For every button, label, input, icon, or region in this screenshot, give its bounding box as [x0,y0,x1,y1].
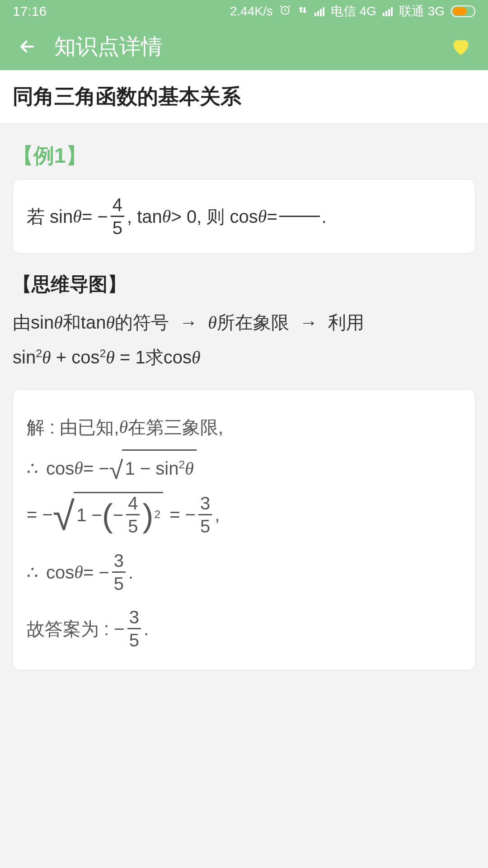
text: . [128,555,133,590]
denominator: 5 [111,218,124,238]
sqrt: √ 1 − ( − 45 ) 2 [53,492,163,537]
text: 1 − sin [125,458,178,478]
theta: θ [54,312,63,333]
status-time: 17:16 [13,4,47,19]
numerator: 3 [127,607,141,627]
text: = − [27,497,53,532]
carrier-2: 联通 3G [399,3,445,20]
denominator: 5 [112,574,126,594]
theta: θ [74,555,83,590]
status-bar: 17:16 2.44K/s 电信 4G 联通 3G [0,0,488,23]
example-label: 【例1】 [13,142,475,170]
theta: θ [185,458,194,479]
theta: θ [42,347,51,368]
network-speed: 2.44K/s [230,4,273,19]
numerator: 3 [112,551,126,571]
text: − [113,497,123,533]
solution-line: = − √ 1 − ( − 45 ) 2 = − 35 , [27,492,461,537]
arrow-left-icon [17,37,37,57]
text: 解 : 由已知, [27,410,119,445]
text: 由sin [13,312,54,332]
theta: θ [106,312,115,333]
status-right: 2.44K/s 电信 4G 联通 3G [230,3,475,20]
solution-line: 解 : 由已知,θ在第三象限, [27,410,461,445]
heart-icon [450,35,472,58]
text: = − [82,199,108,234]
carrier-1: 电信 4G [331,3,376,20]
data-transfer-icon [297,4,308,19]
back-button[interactable] [14,33,41,60]
text: 的符号 [115,312,169,332]
theta: θ [258,199,267,234]
sup: 2 [154,504,160,525]
theta: θ [119,410,128,445]
favorite-button[interactable] [447,33,474,60]
arrow-icon: → [300,312,318,332]
text: . [322,199,327,234]
fraction: 35 [198,493,212,536]
solution-line: ∴ cosθ = − √ 1 − sin2θ [27,449,461,487]
text: 若 sin [27,199,73,234]
numerator: 4 [126,493,140,513]
sup: 2 [36,347,42,359]
numerator: 4 [111,195,124,215]
denominator: 5 [126,516,140,536]
fraction: 4 5 [111,195,124,238]
solution-answer: 故答案为 : − 35 . [27,607,461,650]
topic-title: 同角三角函数的基本关系 [13,83,475,111]
denominator: 5 [198,516,212,536]
signal-icon-2 [383,6,393,16]
sqrt: √ 1 − sin2θ [109,449,197,487]
text: + cos [51,347,100,367]
solution-card: 解 : 由已知,θ在第三象限, ∴ cosθ = − √ 1 − sin2θ =… [13,389,475,670]
solution-line: ∴ cosθ = − 35 . [27,551,461,594]
text: = 1求cos [115,347,192,367]
text: . [144,611,149,646]
app-bar: 知识点详情 [0,23,488,70]
text: = − [169,497,196,532]
text: > 0, 则 cos [171,199,258,234]
battery-icon [451,5,475,17]
theta: θ [192,347,201,368]
theta: θ [208,312,217,333]
fraction: 35 [112,551,126,594]
answer-blank [279,216,320,217]
theta: θ [162,199,171,234]
signal-icon-1 [314,6,324,16]
text: 1 − [76,497,102,533]
mindmap-heading: 【思维导图】 [13,272,475,297]
denominator: 5 [127,630,141,650]
sup: 2 [178,458,185,471]
therefore-symbol: ∴ [27,555,38,590]
text: cos [46,555,74,590]
text: 利用 [328,312,364,332]
text: 故答案为 : − [27,611,125,646]
text: , tan [127,199,162,234]
theta: θ [73,199,82,234]
theta: θ [106,347,115,368]
text: , [215,497,220,532]
problem-card: 若 sin θ = − 4 5 , tan θ > 0, 则 cos θ = . [13,179,475,254]
mindmap-text: 由sinθ和tanθ的符号 → θ所在象限 → 利用 sin2θ + cos2θ… [13,305,475,375]
numerator: 3 [198,493,212,513]
sup: 2 [99,347,106,359]
theta: θ [74,451,83,486]
text: 所在象限 [217,312,289,332]
fraction: 45 [126,493,140,536]
text: 和tan [63,312,106,332]
therefore-symbol: ∴ [27,451,38,486]
content: 【例1】 若 sin θ = − 4 5 , tan θ > 0, 则 cos … [0,124,488,670]
alarm-icon [279,4,291,19]
page-header-title: 知识点详情 [54,32,163,61]
fraction: 35 [127,607,141,650]
text: 在第三象限, [128,410,223,445]
text: sin [13,347,36,367]
problem-text: 若 sin θ = − 4 5 , tan θ > 0, 则 cos θ = . [27,195,461,238]
text: = − [83,451,109,486]
text: cos [46,451,74,486]
text: = − [83,555,109,590]
topic-title-band: 同角三角函数的基本关系 [0,70,488,124]
text: = [267,199,277,234]
arrow-icon: → [179,312,197,332]
